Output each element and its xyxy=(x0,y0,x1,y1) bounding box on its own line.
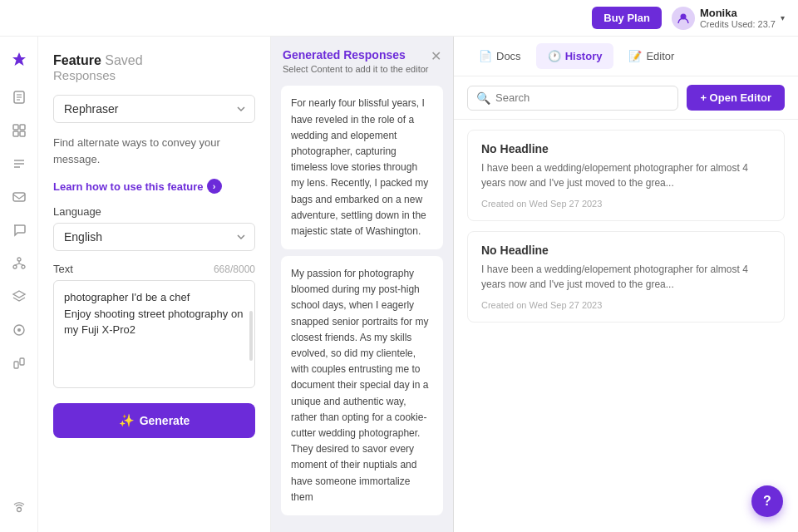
doc-card-2[interactable]: No Headline I have been a wedding/elopem… xyxy=(467,231,785,323)
svg-line-17 xyxy=(15,264,19,265)
sidebar-item-chat[interactable] xyxy=(5,216,33,244)
user-name: Monika xyxy=(700,7,737,19)
svg-point-15 xyxy=(22,265,25,268)
text-section: Text 668/8000 photographer I'd be a chef… xyxy=(53,263,255,392)
sidebar-item-broadcast[interactable] xyxy=(5,495,33,524)
search-icon: 🔍 xyxy=(476,91,490,105)
docs-tabs: 📄 Docs 🕐 History 📝 Editor xyxy=(454,37,798,76)
responses-panel: Generated Responses Select Content to ad… xyxy=(271,37,454,532)
responses-title-block: Generated Responses Select Content to ad… xyxy=(283,48,429,76)
responses-header: Generated Responses Select Content to ad… xyxy=(271,37,453,81)
sidebar-item-docs[interactable] xyxy=(5,150,33,178)
feature-dropdown[interactable]: Rephraser Summarizer Expander Simplifier xyxy=(53,95,255,123)
doc-card-1[interactable]: No Headline I have been a wedding/elopem… xyxy=(467,130,785,221)
docs-list: No Headline I have been a wedding/elopem… xyxy=(454,120,798,532)
response-text-2: My passion for photography bloomed durin… xyxy=(291,268,428,503)
svg-rect-21 xyxy=(14,362,18,368)
sidebar-item-plugins[interactable] xyxy=(5,349,33,377)
responses-close-button[interactable]: ✕ xyxy=(431,48,441,64)
generate-button[interactable]: ✨ Generate xyxy=(53,403,255,438)
sidebar-item-layers[interactable] xyxy=(5,283,33,311)
sidebar-item-email[interactable] xyxy=(5,183,33,211)
response-card-1[interactable]: For nearly four blissful years, I have r… xyxy=(281,86,443,249)
svg-point-13 xyxy=(17,258,21,261)
svg-point-20 xyxy=(17,328,21,332)
svg-rect-22 xyxy=(20,358,24,365)
textarea-scrollbar[interactable] xyxy=(249,311,253,361)
buy-plan-button[interactable]: Buy Plan xyxy=(592,7,662,29)
editor-tab-icon: 📝 xyxy=(628,50,642,62)
tab-editor-label: Editor xyxy=(646,50,674,62)
sidebar-item-hierarchy[interactable] xyxy=(5,249,33,278)
sidebar-item-grid[interactable] xyxy=(5,116,33,145)
doc-card-1-date: Created on Wed Sep 27 2023 xyxy=(481,199,771,209)
tab-docs[interactable]: 📄 Docs xyxy=(467,43,533,69)
response-card-2[interactable]: My passion for photography bloomed durin… xyxy=(281,256,443,515)
svg-point-14 xyxy=(13,265,17,268)
help-button[interactable]: ? xyxy=(751,485,783,517)
char-count: 668/8000 xyxy=(214,264,255,275)
svg-rect-6 xyxy=(20,125,25,130)
icon-sidebar xyxy=(0,37,38,532)
docs-tab-icon: 📄 xyxy=(479,50,492,62)
responses-subtitle: Select Content to add it to the editor xyxy=(283,63,429,76)
response-text-1: For nearly four blissful years, I have r… xyxy=(291,97,428,237)
doc-card-2-title: No Headline xyxy=(481,244,771,257)
language-section: Language English Spanish French German xyxy=(53,205,255,251)
sidebar-item-files[interactable] xyxy=(5,83,33,111)
open-editor-button[interactable]: + Open Editor xyxy=(687,85,785,111)
history-tab-icon: 🕐 xyxy=(548,50,561,62)
svg-rect-5 xyxy=(13,125,18,130)
chevron-down-icon: ▾ xyxy=(781,13,785,22)
search-input[interactable] xyxy=(495,91,669,104)
sidebar-item-ai[interactable] xyxy=(5,316,33,344)
svg-rect-8 xyxy=(20,131,25,136)
svg-rect-7 xyxy=(13,131,18,136)
responses-title: Generated Responses xyxy=(283,48,429,62)
doc-card-1-title: No Headline xyxy=(481,142,771,155)
learn-link[interactable]: Learn how to use this feature › xyxy=(53,179,255,194)
feature-title: Feature Saved Responses xyxy=(53,53,143,82)
user-credits: Credits Used: 23.7 xyxy=(700,19,776,29)
tab-history[interactable]: 🕐 History xyxy=(536,43,614,69)
tab-editor[interactable]: 📝 Editor xyxy=(617,43,686,69)
main-layout: Feature Saved Responses Rephraser Summar… xyxy=(0,37,798,532)
doc-card-1-preview: I have been a wedding/elopement photogra… xyxy=(481,160,771,190)
feature-description: Find alternate ways to convey your messa… xyxy=(53,135,255,167)
learn-link-arrow-icon: › xyxy=(207,179,222,194)
search-box[interactable]: 🔍 xyxy=(467,86,678,111)
feature-panel-header: Feature Saved Responses xyxy=(53,53,255,83)
svg-point-23 xyxy=(17,508,21,512)
user-menu[interactable]: Monika Credits Used: 23.7 ▾ xyxy=(672,7,785,30)
topbar: Buy Plan Monika Credits Used: 23.7 ▾ xyxy=(0,0,798,37)
svg-line-18 xyxy=(19,264,23,265)
tab-history-label: History xyxy=(565,50,603,62)
tab-docs-label: Docs xyxy=(496,50,521,62)
generate-label: Generate xyxy=(140,414,190,427)
docs-panel: 📄 Docs 🕐 History 📝 Editor 🔍 + Open Edito… xyxy=(454,37,798,532)
doc-card-2-date: Created on Wed Sep 27 2023 xyxy=(481,300,771,310)
help-label: ? xyxy=(763,494,771,509)
wand-icon: ✨ xyxy=(119,413,135,428)
sidebar-item-logo[interactable] xyxy=(5,45,33,73)
feature-panel: Feature Saved Responses Rephraser Summar… xyxy=(38,37,271,532)
svg-rect-12 xyxy=(13,193,25,201)
doc-card-2-preview: I have been a wedding/elopement photogra… xyxy=(481,262,771,292)
responses-content: For nearly four blissful years, I have r… xyxy=(271,81,453,532)
user-name-block: Monika Credits Used: 23.7 xyxy=(700,7,776,29)
text-label: Text xyxy=(53,263,73,275)
text-input[interactable]: photographer I'd be a chef Enjoy shootin… xyxy=(53,280,255,388)
language-dropdown[interactable]: English Spanish French German xyxy=(53,223,255,251)
language-label: Language xyxy=(53,205,101,218)
docs-toolbar: 🔍 + Open Editor xyxy=(454,76,798,120)
user-avatar xyxy=(672,7,695,30)
